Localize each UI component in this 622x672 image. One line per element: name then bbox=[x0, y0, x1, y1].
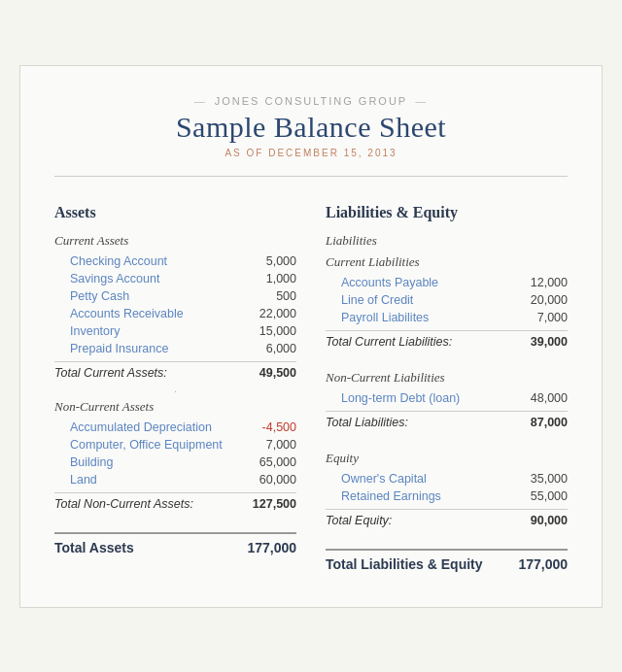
list-item: Long-term Debt (loan) 48,000 bbox=[326, 389, 568, 407]
list-item: Retained Earnings 55,000 bbox=[326, 487, 568, 505]
list-item: Petty Cash 500 bbox=[54, 287, 296, 305]
liabilities-subtitle: Liabilities bbox=[326, 233, 568, 249]
company-name: JONES CONSULTING GROUP bbox=[54, 95, 568, 107]
list-item: Computer, Office Equipment 7,000 bbox=[54, 436, 296, 454]
list-item: Line of Credit 20,000 bbox=[326, 291, 568, 309]
noncurrent-assets-subtitle: Non-Current Assets bbox=[54, 399, 296, 415]
noncurrent-liabilities-subtitle: Non-Current Liabilities bbox=[326, 370, 568, 386]
spacer bbox=[54, 515, 296, 526]
total-liabilities: Total Liabilities: 87,000 bbox=[326, 411, 568, 433]
balance-sheet-page: JONES CONSULTING GROUP Sample Balance Sh… bbox=[19, 65, 603, 608]
spacer bbox=[326, 353, 568, 364]
current-liabilities-subtitle: Current Liabilities bbox=[326, 254, 568, 270]
list-item: Inventory 15,000 bbox=[54, 322, 296, 340]
list-item: Savings Account 1,000 bbox=[54, 270, 296, 287]
equity-subtitle: Equity bbox=[326, 451, 568, 466]
report-title: Sample Balance Sheet bbox=[54, 111, 568, 144]
list-item: Prepaid Insurance 6,000 bbox=[54, 340, 296, 357]
list-item: Payroll Liabilites 7,000 bbox=[326, 309, 568, 326]
current-assets-total: Total Current Assets: 49,500 bbox=[54, 361, 296, 384]
list-item: Checking Account 5,000 bbox=[54, 252, 296, 270]
report-date: AS OF DECEMBER 15, 2013 bbox=[54, 148, 568, 158]
total-liabilities-equity-line: Total Liabilities & Equity 177,000 bbox=[326, 549, 568, 578]
assets-section-title: Assets bbox=[54, 204, 296, 225]
list-item: Owner's Capital 35,000 bbox=[326, 470, 568, 487]
main-columns: Assets Current Assets Checking Account 5… bbox=[54, 204, 568, 578]
liabilities-equity-column: Liabilities & Equity Liabilities Current… bbox=[326, 204, 568, 578]
spacer bbox=[326, 531, 568, 543]
list-item: Accumulated Depreciation -4,500 bbox=[54, 419, 296, 436]
current-assets-subtitle: Current Assets bbox=[54, 233, 296, 249]
list-item: Accounts Receivable 22,000 bbox=[54, 305, 296, 322]
current-liabilities-total: Total Current Liabilities: 39,000 bbox=[326, 330, 568, 353]
list-item: Accounts Payable 12,000 bbox=[326, 274, 568, 291]
noncurrent-assets-total: Total Non-Current Assets: 127,500 bbox=[54, 492, 296, 515]
total-equity: Total Equity: 90,000 bbox=[326, 509, 568, 531]
list-item: Building 65,000 bbox=[54, 454, 296, 471]
total-assets-line: Total Assets 177,000 bbox=[54, 532, 296, 561]
liabilities-section-title: Liabilities & Equity bbox=[326, 204, 568, 225]
spacer bbox=[326, 433, 568, 445]
dot-spacer: . bbox=[54, 384, 296, 393]
list-item: Land 60,000 bbox=[54, 471, 296, 488]
assets-column: Assets Current Assets Checking Account 5… bbox=[54, 204, 296, 578]
report-header: JONES CONSULTING GROUP Sample Balance Sh… bbox=[54, 95, 568, 177]
